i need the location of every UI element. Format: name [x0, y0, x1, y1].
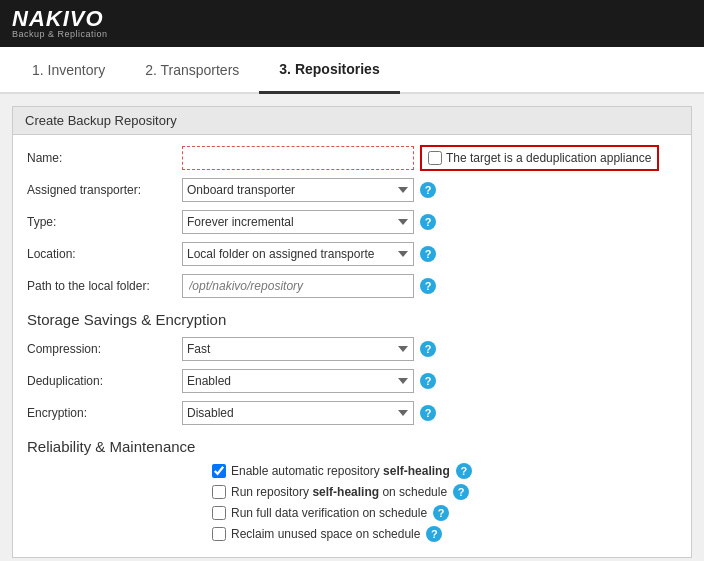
- compression-row: Compression: Fast Best None ?: [27, 336, 677, 362]
- transporter-row: Assigned transporter: Onboard transporte…: [27, 177, 677, 203]
- name-row: Name: The target is a deduplication appl…: [27, 145, 677, 171]
- tab-repositories[interactable]: 3. Repositories: [259, 47, 399, 94]
- type-help-icon[interactable]: ?: [420, 214, 436, 230]
- full-verification-label: Run full data verification on schedule: [231, 506, 427, 520]
- dedup-appliance-label: The target is a deduplication appliance: [446, 151, 651, 165]
- transporter-select[interactable]: Onboard transporter: [182, 178, 414, 202]
- tab-inventory[interactable]: 1. Inventory: [12, 48, 125, 92]
- reclaim-space-row: Reclaim unused space on schedule ?: [27, 526, 677, 542]
- card-header: Create Backup Repository: [13, 107, 691, 135]
- tab-bar: 1. Inventory 2. Transporters 3. Reposito…: [0, 47, 704, 94]
- reclaim-space-checkbox[interactable]: [212, 527, 226, 541]
- path-input[interactable]: [182, 274, 414, 298]
- dedup-appliance-checkbox[interactable]: [428, 151, 442, 165]
- type-label: Type:: [27, 215, 182, 229]
- card-body: Name: The target is a deduplication appl…: [13, 135, 691, 557]
- encryption-select[interactable]: Disabled Enabled: [182, 401, 414, 425]
- self-healing-schedule-checkbox[interactable]: [212, 485, 226, 499]
- location-label: Location:: [27, 247, 182, 261]
- name-inputs-area: The target is a deduplication appliance: [182, 145, 677, 171]
- encryption-label: Encryption:: [27, 406, 182, 420]
- self-healing-schedule-row: Run repository self-healing on schedule …: [27, 484, 677, 500]
- location-control: Local folder on assigned transporte ?: [182, 242, 677, 266]
- location-row: Location: Local folder on assigned trans…: [27, 241, 677, 267]
- main-content: Create Backup Repository Name: The targe…: [0, 94, 704, 561]
- name-label: Name:: [27, 151, 182, 165]
- name-input[interactable]: [182, 146, 414, 170]
- compression-label: Compression:: [27, 342, 182, 356]
- full-verification-help-icon[interactable]: ?: [433, 505, 449, 521]
- path-row: Path to the local folder: ?: [27, 273, 677, 299]
- storage-section-title: Storage Savings & Encryption: [27, 311, 677, 328]
- full-verification-checkbox[interactable]: [212, 506, 226, 520]
- path-control: ?: [182, 274, 677, 298]
- app-header: NAKIVO Backup & Replication: [0, 0, 704, 47]
- compression-select[interactable]: Fast Best None: [182, 337, 414, 361]
- create-backup-repo-card: Create Backup Repository Name: The targe…: [12, 106, 692, 558]
- self-healing-checkbox[interactable]: [212, 464, 226, 478]
- deduplication-help-icon[interactable]: ?: [420, 373, 436, 389]
- self-healing-schedule-help-icon[interactable]: ?: [453, 484, 469, 500]
- transporter-help-icon[interactable]: ?: [420, 182, 436, 198]
- transporter-label: Assigned transporter:: [27, 183, 182, 197]
- self-healing-help-icon[interactable]: ?: [456, 463, 472, 479]
- logo-sub: Backup & Replication: [12, 30, 108, 39]
- full-verification-row: Run full data verification on schedule ?: [27, 505, 677, 521]
- deduplication-label: Deduplication:: [27, 374, 182, 388]
- location-select[interactable]: Local folder on assigned transporte: [182, 242, 414, 266]
- reclaim-space-help-icon[interactable]: ?: [426, 526, 442, 542]
- compression-control: Fast Best None ?: [182, 337, 677, 361]
- path-label: Path to the local folder:: [27, 279, 182, 293]
- encryption-help-icon[interactable]: ?: [420, 405, 436, 421]
- encryption-row: Encryption: Disabled Enabled ?: [27, 400, 677, 426]
- location-help-icon[interactable]: ?: [420, 246, 436, 262]
- reliability-section-title: Reliability & Maintenance: [27, 438, 677, 455]
- deduplication-row: Deduplication: Enabled Disabled ?: [27, 368, 677, 394]
- compression-help-icon[interactable]: ?: [420, 341, 436, 357]
- deduplication-control: Enabled Disabled ?: [182, 369, 677, 393]
- path-help-icon[interactable]: ?: [420, 278, 436, 294]
- dedup-appliance-area: The target is a deduplication appliance: [420, 145, 659, 171]
- self-healing-schedule-label: Run repository self-healing on schedule: [231, 485, 447, 499]
- type-row: Type: Forever incremental Incremental wi…: [27, 209, 677, 235]
- encryption-control: Disabled Enabled ?: [182, 401, 677, 425]
- tab-transporters[interactable]: 2. Transporters: [125, 48, 259, 92]
- self-healing-label: Enable automatic repository self-healing: [231, 464, 450, 478]
- logo-main: NAKIVO: [12, 8, 108, 30]
- type-control: Forever incremental Incremental with ful…: [182, 210, 677, 234]
- self-healing-row: Enable automatic repository self-healing…: [27, 463, 677, 479]
- type-select[interactable]: Forever incremental Incremental with ful…: [182, 210, 414, 234]
- reclaim-space-label: Reclaim unused space on schedule: [231, 527, 420, 541]
- transporter-control: Onboard transporter ?: [182, 178, 677, 202]
- deduplication-select[interactable]: Enabled Disabled: [182, 369, 414, 393]
- logo: NAKIVO Backup & Replication: [12, 8, 108, 39]
